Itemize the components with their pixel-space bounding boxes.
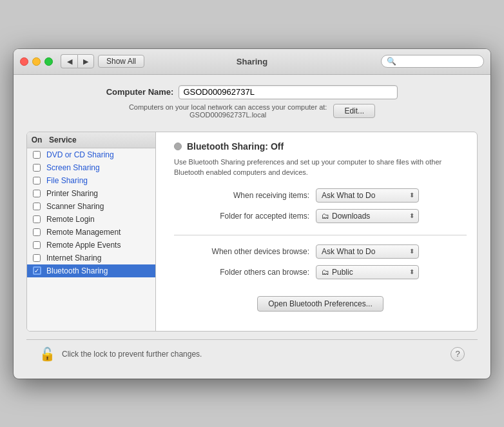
- internet-checkbox[interactable]: [33, 254, 41, 262]
- service-name-bluetooth: Bluetooth Sharing: [46, 266, 155, 275]
- when-receiving-row: When receiving items: Ask What to Do ⬍: [174, 188, 467, 203]
- file-checkbox[interactable]: [33, 177, 41, 184]
- lock-icon[interactable]: 🔓: [39, 346, 55, 362]
- traffic-lights: [20, 57, 53, 66]
- show-all-button[interactable]: Show All: [98, 55, 144, 68]
- services-list: On Service DVD or CD Sharing Screen Shar…: [27, 132, 156, 331]
- when-browse-dropdown[interactable]: Ask What to Do ⬍: [316, 244, 419, 259]
- folder-browse-dropdown[interactable]: 🗂 Public ⬍: [316, 265, 419, 279]
- maximize-button[interactable]: [44, 57, 53, 66]
- search-icon: 🔍: [387, 57, 396, 66]
- service-item-remote-login[interactable]: Remote Login: [27, 213, 155, 226]
- remote-login-checkbox[interactable]: [33, 215, 41, 223]
- service-item-scanner[interactable]: Scanner Sharing: [27, 200, 155, 213]
- bluetooth-checked-icon: [33, 266, 41, 275]
- service-checkbox-scanner[interactable]: [27, 203, 46, 210]
- when-receiving-dropdown[interactable]: Ask What to Do ⬍: [316, 188, 419, 203]
- status-dot: [174, 143, 182, 150]
- nav-buttons: ◀ ▶: [61, 54, 94, 68]
- folder-browse-row: Folder others can browse: 🗂 Public ⬍: [174, 265, 467, 279]
- col-on-header: On: [27, 135, 46, 144]
- open-bluetooth-prefs-button[interactable]: Open Bluetooth Preferences...: [257, 296, 383, 312]
- bottom-bar: 🔓 Click the lock to prevent further chan…: [26, 339, 478, 368]
- separator: [174, 235, 467, 235]
- minimize-button[interactable]: [32, 57, 41, 66]
- service-checkbox-dvd[interactable]: [27, 151, 46, 159]
- service-name-screen: Screen Sharing: [46, 163, 155, 172]
- service-checkbox-remote-login[interactable]: [27, 215, 46, 223]
- service-item-file[interactable]: File Sharing: [27, 174, 155, 187]
- service-name-scanner: Scanner Sharing: [46, 202, 155, 211]
- service-name-internet: Internet Sharing: [46, 253, 155, 263]
- search-input[interactable]: [399, 57, 478, 66]
- remote-mgmt-checkbox[interactable]: [33, 228, 41, 236]
- service-checkbox-bluetooth[interactable]: [27, 266, 46, 275]
- computer-name-info-line2: GSOD000962737L.local: [189, 111, 266, 119]
- computer-name-info: Computers on your local network can acce…: [129, 103, 327, 119]
- main-panel: On Service DVD or CD Sharing Screen Shar…: [26, 132, 478, 332]
- service-checkbox-screen[interactable]: [27, 164, 46, 172]
- col-service-header: Service: [46, 135, 155, 144]
- service-name-remote-mgmt: Remote Management: [46, 228, 155, 237]
- service-name-printer: Printer Sharing: [46, 189, 155, 198]
- forward-button[interactable]: ▶: [77, 54, 94, 68]
- folder-browse-label: Folder others can browse:: [174, 268, 316, 277]
- service-checkbox-remote-mgmt[interactable]: [27, 228, 46, 236]
- service-name-file: File Sharing: [46, 176, 155, 185]
- folder-accepted-icon: 🗂: [322, 212, 329, 221]
- service-item-printer[interactable]: Printer Sharing: [27, 187, 155, 200]
- service-item-screen[interactable]: Screen Sharing: [27, 161, 155, 174]
- folder-browse-arrow-icon: ⬍: [409, 268, 414, 275]
- dvd-checkbox[interactable]: [33, 151, 41, 159]
- sharing-window: ◀ ▶ Show All Sharing 🔍 Computer Name: Co…: [14, 49, 490, 379]
- when-receiving-value: Ask What to Do: [322, 191, 375, 200]
- printer-checkbox[interactable]: [33, 190, 41, 197]
- service-name-remote-events: Remote Apple Events: [46, 241, 155, 250]
- folder-accepted-control: 🗂 Downloads ⬍: [316, 209, 419, 223]
- when-receiving-arrow-icon: ⬍: [409, 192, 414, 199]
- computer-name-info-row: Computers on your local network can acce…: [97, 103, 407, 119]
- computer-name-input[interactable]: [179, 85, 398, 99]
- computer-name-section: Computer Name: Computers on your local n…: [26, 85, 478, 123]
- service-item-remote-mgmt[interactable]: Remote Management: [27, 226, 155, 239]
- search-box[interactable]: 🔍: [381, 55, 484, 68]
- screen-checkbox[interactable]: [33, 164, 41, 172]
- services-header: On Service: [27, 132, 155, 148]
- when-browse-arrow-icon: ⬍: [409, 248, 414, 255]
- close-button[interactable]: [20, 57, 28, 66]
- service-name-dvd: DVD or CD Sharing: [46, 150, 155, 159]
- computer-name-row: Computer Name:: [106, 85, 398, 99]
- folder-accepted-arrow-icon: ⬍: [409, 212, 414, 219]
- when-browse-control: Ask What to Do ⬍: [316, 244, 419, 259]
- service-checkbox-file[interactable]: [27, 177, 46, 184]
- service-item-dvd[interactable]: DVD or CD Sharing: [27, 148, 155, 161]
- service-item-bluetooth[interactable]: Bluetooth Sharing: [27, 264, 155, 277]
- when-receiving-label: When receiving items:: [174, 191, 316, 200]
- window-title: Sharing: [237, 57, 267, 66]
- back-button[interactable]: ◀: [61, 54, 77, 68]
- folder-accepted-value: Downloads: [332, 212, 370, 221]
- when-browse-row: When other devices browse: Ask What to D…: [174, 244, 467, 259]
- help-button[interactable]: ?: [451, 347, 465, 361]
- detail-title: Bluetooth Sharing: Off: [187, 141, 284, 152]
- service-item-remote-events[interactable]: Remote Apple Events: [27, 239, 155, 252]
- titlebar: ◀ ▶ Show All Sharing 🔍: [14, 49, 490, 75]
- edit-button[interactable]: Edit...: [333, 104, 375, 118]
- service-name-remote-login: Remote Login: [46, 215, 155, 224]
- when-browse-value: Ask What to Do: [322, 247, 375, 256]
- folder-browse-icon: 🗂: [322, 268, 329, 277]
- when-browse-label: When other devices browse:: [174, 247, 316, 256]
- detail-description: Use Bluetooth Sharing preferences and se…: [174, 157, 467, 178]
- folder-accepted-label: Folder for accepted items:: [174, 212, 316, 221]
- service-checkbox-printer[interactable]: [27, 190, 46, 197]
- computer-name-label: Computer Name:: [106, 87, 174, 97]
- service-checkbox-internet[interactable]: [27, 254, 46, 262]
- remote-events-checkbox[interactable]: [33, 241, 41, 249]
- service-item-internet[interactable]: Internet Sharing: [27, 252, 155, 264]
- detail-panel: Bluetooth Sharing: Off Use Bluetooth Sha…: [164, 132, 477, 331]
- service-checkbox-remote-events[interactable]: [27, 241, 46, 249]
- scanner-checkbox[interactable]: [33, 203, 41, 210]
- folder-accepted-row: Folder for accepted items: 🗂 Downloads ⬍: [174, 209, 467, 223]
- folder-accepted-dropdown[interactable]: 🗂 Downloads ⬍: [316, 209, 419, 223]
- folder-browse-value: Public: [332, 268, 353, 277]
